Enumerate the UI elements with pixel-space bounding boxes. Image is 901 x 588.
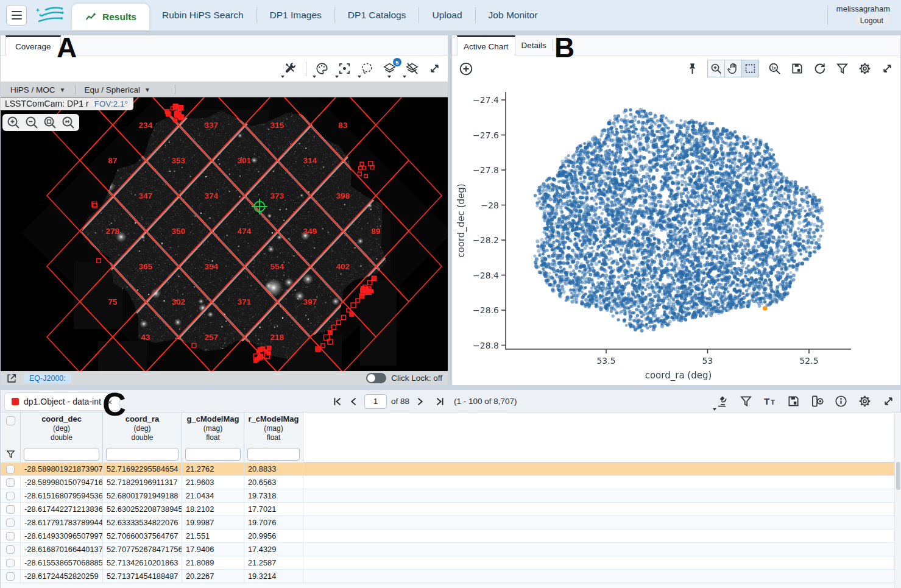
tab-divider	[553, 39, 553, 51]
row-checkbox[interactable]	[6, 519, 15, 527]
prev-page-icon[interactable]	[348, 395, 360, 408]
layers-icon[interactable]: 5	[383, 62, 397, 76]
tool-select-box[interactable]	[741, 60, 759, 77]
table-row[interactable]: -28.61779178378994452.6333353482207619.9…	[1, 516, 894, 530]
zoom-1x-icon[interactable]: 1x	[768, 62, 782, 76]
magnifier-plus-icon	[710, 62, 723, 75]
lasso-icon[interactable]	[360, 62, 374, 76]
recenter-icon[interactable]	[337, 62, 352, 76]
row-range-label: (1 - 100 of 8,707)	[454, 397, 517, 406]
table-tab-title: dp1.Object - data-int	[24, 397, 101, 406]
settings-icon[interactable]	[858, 62, 872, 76]
cell-g-cmodelmag: 17.9406	[182, 543, 244, 556]
table-row[interactable]: -28.61687016644013752.70775267847175617.…	[1, 543, 894, 556]
row-checkbox[interactable]	[6, 478, 15, 487]
filter-input-coord-dec[interactable]	[24, 448, 99, 461]
page-input[interactable]	[364, 394, 387, 409]
logout-button[interactable]: Logout	[853, 15, 890, 26]
row-checkbox[interactable]	[6, 572, 15, 581]
sky-image-viewer[interactable]: LSSTComCam: DP1 rFOV:2.1°	[1, 97, 448, 370]
nav-tab-dp1-images[interactable]: DP1 Images	[257, 0, 334, 30]
zoom-fill-icon[interactable]	[61, 115, 76, 130]
table-row[interactable]: -28.58998015079471652.7182919691131721.9…	[1, 476, 894, 489]
column-header-g-cmodelmag[interactable]: g_cModelMag(mag)float	[182, 413, 244, 445]
zoom-out-icon[interactable]	[24, 115, 39, 130]
palette-icon[interactable]	[315, 62, 329, 76]
filter-icon[interactable]	[739, 394, 753, 408]
tab-active-chart[interactable]: Active Chart	[457, 35, 515, 55]
chevron-down-icon: ▼	[144, 87, 150, 93]
nav-tab-dp1-catalogs[interactable]: DP1 Catalogs	[335, 0, 419, 30]
first-page-icon[interactable]	[331, 395, 344, 408]
cell-r-cmodelmag: 20.6563	[244, 476, 303, 489]
options-icon[interactable]	[715, 394, 729, 408]
row-checkbox[interactable]	[6, 465, 15, 473]
projection-dropdown[interactable]: Equ / Spherical▼	[84, 85, 150, 94]
expand-icon[interactable]	[882, 394, 896, 408]
cell-r-cmodelmag: 17.4329	[244, 543, 303, 556]
toolbar-divider	[306, 62, 306, 76]
cell-r-cmodelmag: 20.8833	[244, 462, 303, 476]
table-row[interactable]: -28.61744227121383652.63025220873894518.…	[1, 503, 894, 516]
table-row[interactable]: -28.58980192187390752.7169229558465421.2…	[1, 462, 894, 476]
expand-icon[interactable]	[428, 62, 442, 76]
tools-icon[interactable]	[283, 62, 297, 76]
table-row[interactable]: -28.61516807959453652.6800179194918821.0…	[1, 489, 894, 503]
info-icon[interactable]	[834, 394, 848, 408]
table-color-swatch	[12, 398, 19, 405]
row-checkbox[interactable]	[6, 505, 15, 514]
column-header-r-cmodelmag[interactable]: r_cModelMag(mag)float	[244, 413, 303, 445]
layers-off-icon[interactable]	[405, 62, 419, 76]
zoom-in-icon[interactable]	[6, 115, 21, 130]
expand-icon[interactable]	[880, 62, 894, 76]
filter-input-coord-ra[interactable]	[106, 448, 178, 461]
username: melissagraham	[836, 4, 890, 13]
last-page-icon[interactable]	[434, 395, 446, 408]
nav-tabs: ResultsRubin HiPS SearchDP1 ImagesDP1 Ca…	[72, 0, 551, 30]
row-checkbox[interactable]	[6, 559, 15, 567]
filter-input-g-cmodelmag[interactable]	[185, 448, 241, 461]
sky-image-canvas[interactable]	[1, 97, 448, 371]
filter-icon[interactable]	[835, 62, 849, 76]
cell-coord-dec: -28.617791783789944	[21, 516, 103, 530]
external-frame-icon[interactable]	[5, 372, 18, 384]
scatter-chart-canvas[interactable]	[452, 82, 900, 385]
cell-r-cmodelmag: 21.2587	[244, 556, 303, 570]
save-icon[interactable]	[790, 62, 804, 76]
annotation-letter-c: C	[102, 388, 126, 420]
click-lock-toggle[interactable]	[366, 373, 386, 383]
row-checkbox[interactable]	[6, 492, 15, 500]
zoom-fit-icon[interactable]	[43, 115, 57, 130]
filter-icon[interactable]	[5, 449, 16, 459]
column-header-coord-dec[interactable]: coord_dec(deg)double	[21, 413, 103, 445]
row-checkbox[interactable]	[6, 545, 15, 554]
hips-moc-dropdown[interactable]: HiPS / MOC▼	[10, 85, 65, 94]
vertical-scrollbar[interactable]	[894, 413, 901, 588]
table-row[interactable]: -28.61553865706888552.7134261020186321.8…	[1, 556, 894, 570]
tab-coverage[interactable]: Coverage	[5, 35, 61, 55]
tool-hand[interactable]	[724, 60, 742, 77]
settings-icon[interactable]	[858, 394, 872, 408]
cell-r-cmodelmag: 17.7021	[244, 503, 303, 516]
table-row[interactable]: -28.61493309650799752.7066003756476721.5…	[1, 530, 894, 543]
text-size-icon[interactable]: TT	[763, 394, 777, 408]
nav-divider	[827, 5, 828, 25]
menu-button[interactable]	[6, 5, 27, 26]
annotation-letter-b: B	[554, 34, 574, 62]
tab-details[interactable]: Details	[515, 35, 553, 55]
nav-tab-job-monitor[interactable]: Job Monitor	[476, 0, 551, 30]
select-all-checkbox[interactable]	[6, 416, 15, 425]
plus-circle-icon[interactable]	[458, 61, 474, 77]
pin-icon[interactable]	[685, 62, 699, 76]
nav-tab-results[interactable]: Results	[72, 4, 149, 30]
add-column-icon[interactable]	[810, 394, 824, 408]
row-checkbox[interactable]	[6, 532, 15, 540]
next-page-icon[interactable]	[414, 395, 426, 408]
table-row[interactable]: -28.6172445282025952.7137145418848720.22…	[1, 570, 894, 583]
save-icon[interactable]	[786, 394, 800, 408]
rotate-icon[interactable]	[813, 62, 827, 76]
filter-input-r-cmodelmag[interactable]	[247, 448, 300, 461]
nav-tab-rubin-hips-search[interactable]: Rubin HiPS Search	[149, 0, 256, 30]
nav-tab-upload[interactable]: Upload	[419, 0, 475, 30]
tool-magnifier-plus[interactable]	[707, 60, 725, 77]
